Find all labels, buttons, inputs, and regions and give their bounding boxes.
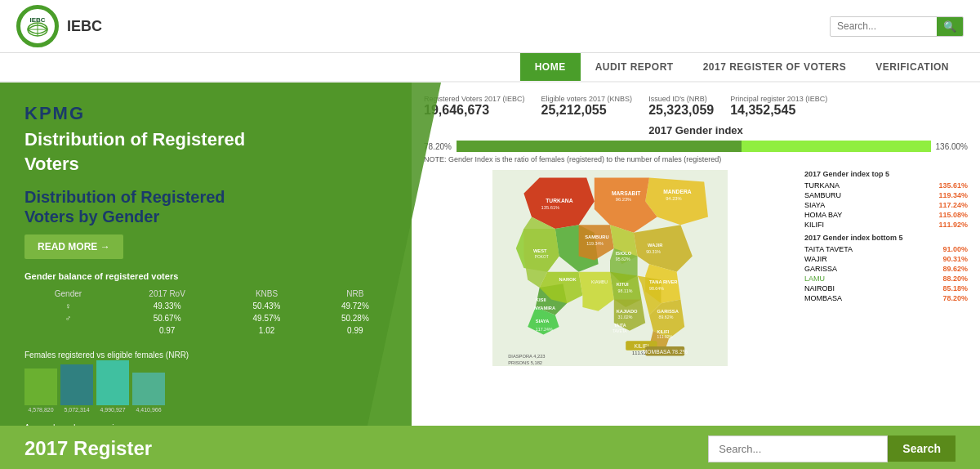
- banner-title-line2: Voters: [24, 154, 466, 175]
- svg-text:NAROK: NAROK: [559, 277, 577, 282]
- list-item: MOMBASA78.20%: [804, 293, 968, 303]
- logo-icon: IEBC: [16, 5, 59, 47]
- svg-text:98.64%: 98.64%: [649, 286, 664, 291]
- list-item: WAJIR90.31%: [804, 254, 968, 264]
- rov-col-header: 2017 RoV: [112, 288, 223, 300]
- right-panel: Registered Voters 2017 (IEBC) 19,646,673…: [412, 83, 980, 426]
- svg-text:KITUI: KITUI: [617, 282, 629, 287]
- stat-issued: Issued ID's (NRB) 25,323,059: [648, 95, 714, 118]
- kenya-map: TURKANA 135.61% MARSABIT 96.23% MANDERA …: [424, 170, 796, 366]
- list-item: TAITA TAVETA91.00%: [804, 244, 968, 254]
- stat-principal: Principal register 2013 (IEBC) 14,352,54…: [730, 95, 827, 118]
- read-more-button[interactable]: READ MORE →: [24, 234, 123, 259]
- svg-text:POKOT: POKOT: [535, 255, 549, 259]
- svg-text:135.61%: 135.61%: [541, 205, 560, 210]
- svg-text:MARSABIT: MARSABIT: [612, 190, 641, 196]
- gender-index-title: 2017 Gender index: [424, 124, 968, 136]
- svg-text:TAVETA: TAVETA: [612, 329, 627, 333]
- stat-registered: Registered Voters 2017 (IEBC) 19,646,673: [424, 95, 525, 118]
- svg-text:SIAYA: SIAYA: [536, 319, 550, 324]
- svg-text:GARISSA: GARISSA: [657, 309, 679, 314]
- svg-text:KAJIADO: KAJIADO: [617, 309, 638, 314]
- svg-text:WAJIR: WAJIR: [648, 243, 663, 248]
- register-title: 2017 Register: [24, 437, 152, 460]
- stats-row: Registered Voters 2017 (IEBC) 19,646,673…: [424, 95, 968, 118]
- bottom5-title: 2017 Gender index bottom 5: [804, 234, 968, 242]
- svg-text:89.62%: 89.62%: [659, 315, 674, 319]
- banner-subtitle: Distribution of RegisteredVoters by Gend…: [24, 187, 466, 226]
- svg-text:PRISONS 5,182: PRISONS 5,182: [508, 360, 542, 365]
- table-row: 0.971.020.99: [24, 324, 399, 337]
- svg-text:KILIFI: KILIFI: [657, 329, 670, 334]
- svg-text:SAMBURU: SAMBURU: [585, 234, 608, 239]
- banner-title-line1: Distribution of Registered: [24, 128, 466, 152]
- svg-text:90.31%: 90.31%: [646, 249, 661, 254]
- header-search-box[interactable]: 🔍: [830, 16, 964, 37]
- header-search-area: 🔍: [830, 16, 964, 37]
- gender-balance-label: Gender balance of registered voters: [24, 271, 466, 281]
- nav-verification[interactable]: VERIFICATION: [861, 53, 964, 81]
- gender-col-header: Gender: [24, 288, 112, 300]
- svg-text:MOMBASA 78.2%: MOMBASA 78.2%: [643, 349, 688, 355]
- header-search-input[interactable]: [831, 17, 937, 35]
- svg-text:TANA RIVER: TANA RIVER: [649, 279, 678, 284]
- svg-text:94.23%: 94.23%: [666, 196, 682, 201]
- gender-index-bar: [457, 141, 931, 152]
- svg-text:MANDERA: MANDERA: [663, 189, 691, 194]
- list-item: TURKANA135.61%: [804, 181, 968, 190]
- females-chart-label: Females registered vs eligible females (…: [24, 351, 466, 360]
- svg-text:96.23%: 96.23%: [616, 197, 632, 202]
- kpmg-logo: KPMG: [24, 103, 466, 124]
- nrb-col-header: NRB: [311, 288, 399, 300]
- svg-text:DIASPORA 4,223: DIASPORA 4,223: [508, 354, 545, 359]
- svg-text:NYAMIRA: NYAMIRA: [534, 306, 555, 310]
- gender-index-bar-container: 78.20% 136.00%: [424, 141, 968, 152]
- table-row: ♀49.33%50.43%49.72%: [24, 300, 399, 312]
- navigation: HOME AUDIT REPORT 2017 REGISTER OF VOTER…: [0, 53, 980, 83]
- gender-table: Gender 2017 RoV KNBS NRB ♀49.33%50.43%49…: [24, 288, 399, 337]
- logo-text: IEBC: [67, 18, 102, 35]
- header: IEBC IEBC 🔍: [0, 0, 980, 53]
- nav-audit-report[interactable]: AUDIT REPORT: [581, 53, 688, 81]
- svg-text:119.34%: 119.34%: [586, 241, 604, 246]
- index-pct-right: 136.00%: [936, 142, 968, 151]
- list-item: HOMA BAY115.08%: [804, 210, 968, 220]
- svg-text:KIAMBU: KIAMBU: [591, 279, 608, 284]
- age-chart-label: Age and gender comparison: [24, 423, 466, 426]
- register-search-input[interactable]: [708, 436, 888, 462]
- top5-title: 2017 Gender index top 5: [804, 170, 968, 178]
- svg-text:TAITA: TAITA: [614, 323, 626, 328]
- header-search-button[interactable]: 🔍: [937, 17, 963, 36]
- list-item: SIAYA117.24%: [804, 200, 968, 210]
- svg-text:KISII: KISII: [536, 297, 546, 302]
- gender-index-note: NOTE: Gender Index is the ratio of femal…: [424, 155, 968, 163]
- list-item: LAMU88.20%: [804, 274, 968, 284]
- list-item: SAMBURU119.34%: [804, 190, 968, 200]
- logo-area: IEBC IEBC: [16, 5, 102, 47]
- table-row: ♂50.67%49.57%50.28%: [24, 312, 399, 324]
- svg-text:TURKANA: TURKANA: [546, 198, 572, 203]
- main-banner: KPMG Distribution of Registered Voters D…: [0, 83, 980, 426]
- list-item: GARISSA89.62%: [804, 264, 968, 274]
- register-search-button[interactable]: Search: [888, 436, 956, 462]
- svg-text:117.24%: 117.24%: [536, 327, 553, 332]
- list-item: KILIFI111.92%: [804, 220, 968, 230]
- knbs-col-header: KNBS: [222, 288, 310, 300]
- svg-text:31.02%: 31.02%: [618, 315, 633, 319]
- nav-register-voters[interactable]: 2017 REGISTER OF VOTERS: [688, 53, 862, 81]
- svg-text:WEST: WEST: [533, 248, 547, 253]
- map-area: TURKANA 135.61% MARSABIT 96.23% MANDERA …: [424, 170, 796, 366]
- bottom-register: 2017 Register Search: [0, 426, 980, 469]
- register-search-area: Search: [708, 436, 956, 462]
- svg-text:95.62%: 95.62%: [616, 257, 630, 261]
- nav-home[interactable]: HOME: [520, 53, 581, 81]
- bars-chart: 4,578,820 5,072,314 4,990,927 4,410,966: [24, 364, 466, 413]
- svg-text:98.11%: 98.11%: [618, 288, 633, 293]
- stat-eligible: Eligible voters 2017 (KNBS) 25,212,055: [541, 95, 633, 118]
- svg-text:ISIOLO: ISIOLO: [616, 251, 632, 256]
- top5-section: 2017 Gender index top 5 TURKANA135.61% S…: [804, 170, 968, 366]
- list-item: NAIROBI85.18%: [804, 284, 968, 293]
- svg-text:111.92%: 111.92%: [657, 335, 674, 339]
